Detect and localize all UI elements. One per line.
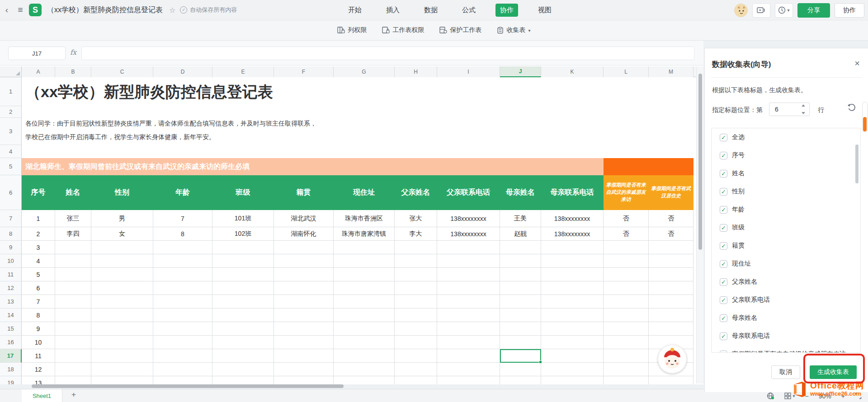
field-checkbox-7[interactable]: ✓现住址 — [712, 255, 860, 273]
cell-G17[interactable] — [334, 349, 395, 363]
cell-F14[interactable] — [274, 309, 334, 322]
cell-J10[interactable] — [500, 254, 541, 268]
checkbox-checked-icon[interactable]: ✓ — [720, 224, 727, 232]
cell-D10[interactable] — [153, 254, 212, 268]
cell-J16[interactable] — [500, 336, 541, 349]
cell-A15[interactable]: 9 — [22, 322, 55, 336]
col-header-E[interactable]: E — [212, 66, 274, 77]
banner-orange-cell[interactable] — [604, 158, 693, 175]
select-all-corner[interactable] — [0, 66, 22, 77]
field-checkbox-partial[interactable]: ✓寒假期间是否有来自武汉的亲戚朋友来访 — [712, 345, 860, 353]
cell-B8[interactable]: 李四 — [55, 227, 91, 241]
field-checkbox-9[interactable]: ✓父亲联系电话 — [712, 291, 860, 309]
close-icon[interactable]: × — [854, 58, 860, 69]
cell-J7[interactable]: 王美 — [500, 210, 541, 227]
row-header-2[interactable]: 2 — [0, 106, 22, 118]
row-header-6[interactable]: 6 — [0, 175, 22, 210]
vertical-scrollbar[interactable] — [696, 66, 703, 383]
cell-B10[interactable] — [55, 254, 91, 268]
col-header-M[interactable]: M — [649, 66, 693, 77]
cell-D11[interactable] — [153, 268, 212, 281]
cell-H9[interactable] — [395, 241, 437, 254]
menu-formula[interactable]: 公式 — [458, 4, 480, 17]
cell-J18[interactable] — [500, 363, 541, 376]
cell-I11[interactable] — [437, 268, 500, 281]
field-checkbox-6[interactable]: ✓籍贯 — [712, 237, 860, 255]
col-header-J[interactable]: J — [500, 66, 541, 77]
menu-start[interactable]: 开始 — [344, 4, 366, 17]
checkbox-checked-icon[interactable]: ✓ — [720, 134, 727, 141]
hamburger-menu-icon[interactable]: ≡ — [14, 5, 27, 15]
cell-F7[interactable]: 湖北武汉 — [274, 210, 334, 227]
cell-D13[interactable] — [153, 295, 212, 309]
header-cell-F[interactable]: 籍贯 — [274, 175, 334, 210]
cell-K7[interactable]: 138xxxxxxxx — [541, 210, 604, 227]
cell-B11[interactable] — [55, 268, 91, 281]
cell-F17[interactable] — [274, 349, 334, 363]
cell-E11[interactable] — [212, 268, 274, 281]
cell-D14[interactable] — [153, 309, 212, 322]
row-header-14[interactable]: 14 — [0, 309, 22, 322]
cancel-button[interactable]: 取消 — [771, 365, 800, 379]
cell-D17[interactable] — [153, 349, 212, 363]
wps-logo[interactable]: S — [29, 4, 42, 16]
cell-I16[interactable] — [437, 336, 500, 349]
row-header-10[interactable]: 10 — [0, 254, 22, 268]
field-checkbox-0[interactable]: ✓全选 — [712, 128, 860, 146]
cell-C13[interactable] — [91, 295, 153, 309]
cell-M14[interactable] — [649, 309, 693, 322]
cell-G16[interactable] — [334, 336, 395, 349]
cell-L13[interactable] — [604, 295, 649, 309]
cell-I12[interactable] — [437, 281, 500, 295]
cell-H8[interactable]: 李大 — [395, 227, 437, 241]
cell-G14[interactable] — [334, 309, 395, 322]
cell-B18[interactable] — [55, 363, 91, 376]
cell-F13[interactable] — [274, 295, 334, 309]
cell-C17[interactable] — [91, 349, 153, 363]
cell-E17[interactable] — [212, 349, 274, 363]
panel-scroll-thumb[interactable] — [863, 117, 867, 131]
cell-H11[interactable] — [395, 268, 437, 281]
row-stepper[interactable] — [802, 104, 807, 114]
cell-F10[interactable] — [274, 254, 334, 268]
panel-scrollbar[interactable] — [862, 102, 868, 132]
header-cell-K[interactable]: 母亲联系电话 — [541, 175, 604, 210]
cell-E10[interactable] — [212, 254, 274, 268]
share-button[interactable]: 分享 — [797, 3, 830, 18]
cell-E9[interactable] — [212, 241, 274, 254]
cell-M8[interactable]: 否 — [649, 227, 693, 241]
header-cell-L[interactable]: 寒假期间是否有来自武汉的亲戚朋友来访 — [604, 175, 649, 210]
cell-A16[interactable]: 10 — [22, 336, 55, 349]
cell-G13[interactable] — [334, 295, 395, 309]
cell-B16[interactable] — [55, 336, 91, 349]
cell-E15[interactable] — [212, 322, 274, 336]
cell-J11[interactable] — [500, 268, 541, 281]
checkbox-checked-icon[interactable]: ✓ — [720, 351, 727, 353]
cell-L8[interactable]: 否 — [604, 227, 649, 241]
cell-E12[interactable] — [212, 281, 274, 295]
row-header-17[interactable]: 17 — [0, 349, 22, 363]
field-checkbox-3[interactable]: ✓性别 — [712, 182, 860, 201]
cell-F12[interactable] — [274, 281, 334, 295]
field-checkbox-2[interactable]: ✓姓名 — [712, 164, 860, 182]
cell-B7[interactable]: 张三 — [55, 210, 91, 227]
cell-J8[interactable]: 赵靓 — [500, 227, 541, 241]
cell-F11[interactable] — [274, 268, 334, 281]
row-header-1[interactable]: 1 — [0, 77, 22, 106]
stepper-up-icon[interactable] — [802, 104, 805, 107]
cell-F16[interactable] — [274, 336, 334, 349]
cell-C16[interactable] — [91, 336, 153, 349]
cell-K9[interactable] — [541, 241, 604, 254]
stepper-down-icon[interactable] — [802, 112, 805, 114]
cell-M9[interactable] — [649, 241, 693, 254]
back-icon[interactable]: ‹ — [0, 5, 14, 15]
collaborate-button[interactable]: 协作 — [835, 3, 864, 18]
cell-B17[interactable] — [55, 349, 91, 363]
cell-D18[interactable] — [153, 363, 212, 376]
cell-G18[interactable] — [334, 363, 395, 376]
cell-E14[interactable] — [212, 309, 274, 322]
cell-C10[interactable] — [91, 254, 153, 268]
cell-E16[interactable] — [212, 336, 274, 349]
checkbox-checked-icon[interactable]: ✓ — [720, 332, 727, 340]
cell-D8[interactable]: 8 — [153, 227, 212, 241]
